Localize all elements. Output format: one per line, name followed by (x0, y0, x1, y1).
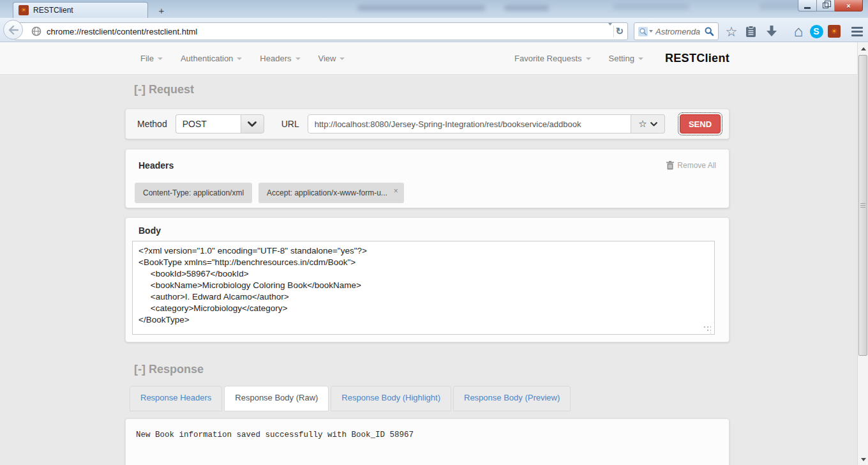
request-url-input[interactable] (308, 114, 631, 133)
tab-response-headers[interactable]: Response Headers (130, 386, 222, 411)
restore-icon (823, 3, 828, 8)
chevron-down-icon (638, 57, 643, 60)
method-chevron-button[interactable] (241, 114, 264, 133)
scrollbar-grip-icon (860, 203, 865, 208)
chevron-down-icon (340, 57, 345, 60)
titlebar-glass-smudge (613, 4, 689, 10)
close-icon: × (846, 2, 850, 10)
close-icon[interactable]: × (394, 187, 398, 195)
restclient-logo: RESTClient (665, 52, 730, 65)
body-panel-title: Body (138, 225, 161, 236)
chevron-down-icon (586, 57, 591, 60)
menu-view[interactable]: View (312, 49, 352, 68)
chevron-down-icon (248, 121, 257, 127)
search-engine-icon[interactable] (638, 27, 653, 36)
minimize-button[interactable] (798, 0, 817, 11)
titlebar-glass-smudge (504, 5, 549, 11)
bookmarks-menu-icon[interactable] (741, 21, 760, 42)
menu-favorite-requests[interactable]: Favorite Requests (508, 49, 597, 68)
chevron-down-icon (237, 57, 242, 60)
headers-panel: Headers Remove All Content-Type: applica… (125, 149, 730, 208)
back-arrow-icon (8, 26, 19, 34)
response-panel: New Book information saved successfully … (125, 418, 730, 465)
skype-icon[interactable]: S (807, 21, 826, 42)
header-tag-list: Content-Type: application/xml Accept: ap… (135, 183, 404, 203)
response-tabs: Response Headers Response Body (Raw) Res… (130, 386, 571, 411)
arrow-down-icon (861, 458, 866, 461)
body-panel: Body <?xml version="1.0" encoding="UTF-8… (125, 217, 730, 342)
request-body-textarea[interactable]: <?xml version="1.0" encoding="UTF-8" sta… (132, 241, 715, 335)
restclient-menubar: File Authentication Headers View Favorit… (0, 42, 857, 75)
chevron-down-icon (158, 57, 163, 60)
url-bar[interactable]: chrome://restclient/content/restclient.h… (14, 22, 628, 40)
trash-icon (666, 161, 674, 170)
tab-title: RESTClient (33, 6, 73, 15)
menu-authentication[interactable]: Authentication (174, 49, 248, 68)
urlbar-dropdown-icon[interactable] (608, 26, 612, 37)
textarea-resize-grip[interactable] (703, 326, 711, 333)
menubar-right-group: Favorite Requests Setting RESTClient (508, 49, 730, 68)
search-go-icon[interactable] (704, 26, 714, 36)
restclient-favicon-icon: ☀ (19, 5, 29, 15)
close-button[interactable]: × (835, 0, 863, 11)
search-box[interactable]: Astromenda (634, 22, 719, 40)
favorite-addon[interactable]: ☆ (631, 114, 665, 133)
favorite-star-icon[interactable]: ☆ (638, 118, 647, 130)
arrow-up-icon (861, 47, 866, 50)
menu-setting[interactable]: Setting (602, 49, 650, 68)
search-input[interactable]: Astromenda (655, 27, 701, 36)
back-button[interactable] (3, 20, 23, 40)
request-section-title[interactable]: [-] Request (134, 83, 194, 96)
restore-button[interactable] (817, 0, 835, 11)
bookmark-star-icon[interactable]: ☆ (722, 21, 741, 42)
urlbar-separator (613, 26, 614, 37)
remove-all-button[interactable]: Remove All (666, 161, 716, 170)
vertical-scrollbar[interactable] (857, 42, 868, 465)
window-controls: × (798, 0, 863, 11)
new-tab-button[interactable]: + (153, 4, 170, 17)
method-value[interactable]: POST (176, 114, 241, 133)
menu-headers[interactable]: Headers (253, 49, 306, 68)
minimize-icon (804, 7, 811, 9)
response-section-title[interactable]: [-] Response (134, 363, 204, 376)
tab-response-body-highlight[interactable]: Response Body (Highlight) (331, 386, 451, 411)
chevron-down-icon[interactable] (650, 122, 657, 126)
scroll-down-button[interactable] (858, 454, 868, 465)
header-tag[interactable]: Accept: application/x-www-form-u... × (258, 183, 404, 203)
method-label: Method (137, 119, 167, 129)
menubar-left-group: File Authentication Headers View (134, 49, 351, 68)
headers-panel-title: Headers (138, 160, 174, 171)
site-globe-icon (31, 26, 41, 36)
scrollbar-thumb[interactable] (858, 55, 867, 356)
url-text[interactable]: chrome://restclient/content/restclient.h… (47, 27, 604, 36)
url-label: URL (281, 119, 299, 129)
browser-tab[interactable]: ☀ RESTClient (13, 2, 148, 18)
scroll-up-button[interactable] (858, 43, 868, 54)
chevron-down-icon (296, 57, 301, 60)
titlebar-glass-smudge (357, 5, 485, 11)
downloads-icon[interactable] (762, 21, 781, 42)
remove-all-label: Remove All (677, 161, 716, 170)
hamburger-menu-icon[interactable] (848, 21, 867, 42)
header-tag[interactable]: Content-Type: application/xml (135, 183, 252, 203)
response-body-text: New Book information saved successfully … (136, 431, 414, 439)
menu-file[interactable]: File (134, 49, 169, 68)
request-method-bar: Method POST URL ☆ SEND (125, 109, 730, 139)
restclient-toolbar-icon[interactable]: ☀ (825, 21, 844, 42)
tab-response-body-preview[interactable]: Response Body (Preview) (453, 386, 571, 411)
reload-icon[interactable]: ↻ (615, 26, 624, 37)
tab-response-body-raw[interactable]: Response Body (Raw) (224, 386, 329, 411)
method-select[interactable]: POST (176, 114, 264, 133)
send-button[interactable]: SEND (680, 114, 721, 133)
home-icon[interactable]: ⌂ (789, 21, 808, 42)
